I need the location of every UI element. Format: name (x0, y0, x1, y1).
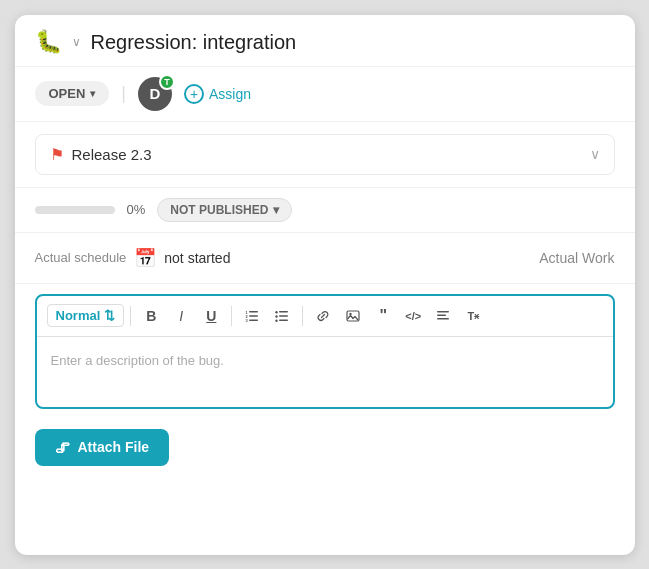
separator: | (121, 83, 126, 104)
editor-section: Normal ⇅ B I U 123 " </> (35, 294, 615, 409)
release-left: ⚑ Release 2.3 (50, 145, 152, 164)
code-button[interactable]: </> (399, 302, 427, 330)
bug-icon: 🐛 (35, 31, 62, 53)
toolbar-separator-3 (302, 306, 303, 326)
release-section: ⚑ Release 2.3 ∨ (15, 122, 635, 188)
calendar-icon: 📅 (134, 247, 156, 269)
avatar-container: D T (138, 77, 172, 111)
open-label: OPEN (49, 86, 86, 101)
toolbar-separator (130, 306, 131, 326)
image-button[interactable] (339, 302, 367, 330)
svg-point-6 (276, 311, 278, 313)
paperclip-icon: 🖇 (55, 439, 70, 456)
assign-button[interactable]: + Assign (184, 84, 251, 104)
italic-button[interactable]: I (167, 302, 195, 330)
svg-rect-0 (249, 311, 258, 313)
header: 🐛 ∨ Regression: integration (15, 15, 635, 67)
bullet-list-button[interactable] (268, 302, 296, 330)
avatar-badge: T (159, 74, 175, 90)
svg-text:3: 3 (246, 317, 249, 322)
main-card: 🐛 ∨ Regression: integration OPEN ▾ | D T… (15, 15, 635, 555)
style-label: Normal (56, 308, 101, 323)
not-published-button[interactable]: NOT PUBLISHED ▾ (157, 198, 292, 222)
not-published-label: NOT PUBLISHED (170, 203, 268, 217)
status-bar: OPEN ▾ | D T + Assign (15, 67, 635, 122)
ordered-list-button[interactable]: 123 (238, 302, 266, 330)
assign-label: Assign (209, 86, 251, 102)
release-label: Release 2.3 (72, 146, 152, 163)
svg-rect-9 (279, 315, 288, 317)
progress-bar-container (35, 206, 115, 214)
actual-schedule-label: Actual schedule (35, 250, 127, 265)
attach-label: Attach File (78, 439, 150, 455)
not-published-arrow-icon: ▾ (273, 203, 279, 217)
link-button[interactable] (309, 302, 337, 330)
svg-rect-16 (437, 318, 449, 320)
editor-content[interactable]: Enter a description of the bug. (37, 337, 613, 407)
underline-button[interactable]: U (197, 302, 225, 330)
open-arrow-icon: ▾ (90, 88, 95, 99)
open-status-button[interactable]: OPEN ▾ (35, 81, 110, 106)
svg-rect-14 (437, 311, 449, 313)
attach-file-button[interactable]: 🖇 Attach File (35, 429, 170, 466)
flag-icon: ⚑ (50, 145, 64, 164)
align-button[interactable] (429, 302, 457, 330)
release-chevron-icon: ∨ (590, 146, 600, 162)
svg-rect-11 (279, 319, 288, 321)
bold-button[interactable]: B (137, 302, 165, 330)
page-title: Regression: integration (91, 31, 615, 54)
svg-point-8 (276, 315, 278, 317)
quote-button[interactable]: " (369, 302, 397, 330)
toolbar-separator-2 (231, 306, 232, 326)
style-arrow-icon: ⇅ (104, 308, 115, 323)
svg-rect-1 (249, 315, 258, 317)
editor-toolbar: Normal ⇅ B I U 123 " </> (37, 296, 613, 337)
svg-rect-7 (279, 311, 288, 313)
svg-rect-2 (249, 319, 258, 321)
svg-rect-15 (437, 314, 446, 316)
progress-section: 0% NOT PUBLISHED ▾ (15, 188, 635, 233)
clear-format-button[interactable]: Tx (459, 302, 487, 330)
attach-section: 🖇 Attach File (15, 419, 635, 466)
schedule-left: Actual schedule 📅 not started (35, 247, 325, 269)
svg-point-10 (276, 319, 278, 321)
style-selector[interactable]: Normal ⇅ (47, 304, 125, 327)
svg-point-13 (350, 312, 352, 314)
release-dropdown[interactable]: ⚑ Release 2.3 ∨ (35, 134, 615, 175)
chevron-icon[interactable]: ∨ (72, 35, 81, 49)
editor-placeholder: Enter a description of the bug. (51, 353, 224, 368)
actual-work-label: Actual Work (325, 250, 615, 266)
progress-percent: 0% (127, 202, 146, 217)
not-started-text: not started (164, 250, 230, 266)
assign-plus-icon: + (184, 84, 204, 104)
schedule-work-section: Actual schedule 📅 not started Actual Wor… (15, 233, 635, 284)
